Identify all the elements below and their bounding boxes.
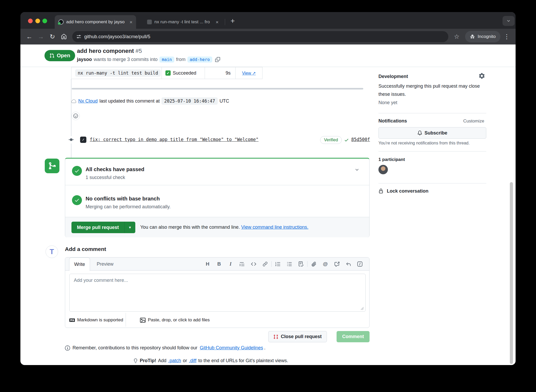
slash-command-icon <box>357 261 362 267</box>
check-name-cell: nx run-many -t lint test build <box>71 67 162 79</box>
textarea-resize-handle[interactable] <box>360 307 364 310</box>
pr-merge-text: wants to merge 3 commits into <box>94 57 158 62</box>
link-button[interactable] <box>259 257 271 271</box>
participant-avatar[interactable] <box>378 165 388 174</box>
bullet-list-icon <box>287 261 292 267</box>
patch-link[interactable]: .patch <box>168 358 181 363</box>
conflicts-subtitle: Merging can be performed automatically. <box>86 204 171 210</box>
lightbulb-icon <box>133 359 138 363</box>
notifications-title: Notifications <box>378 118 407 124</box>
minimize-window-button[interactable] <box>35 19 40 23</box>
tab-title: add hero component by jayso <box>66 19 127 25</box>
pr-subtitle: jaysoo wants to merge 3 commits into mai… <box>77 57 220 63</box>
tab-pull-request[interactable]: ✓ add hero component by jayso × <box>55 15 136 29</box>
commit-author-avatar[interactable] <box>80 137 86 143</box>
subscribe-button[interactable]: Subscribe <box>378 127 486 139</box>
bookmark-star-button[interactable]: ☆ <box>451 31 462 42</box>
pr-title-text: add hero component <box>77 48 134 54</box>
merge-options-caret-button[interactable]: ▾ <box>125 222 135 233</box>
bullet-list-button[interactable] <box>284 257 295 271</box>
incognito-label: Incognito <box>478 34 496 39</box>
check-name: nx run-many -t lint test build <box>75 69 161 77</box>
reload-button[interactable]: ↻ <box>47 31 58 42</box>
protip-label: ProTip! <box>140 358 156 363</box>
attach-file-button[interactable] <box>308 257 320 271</box>
check-status: Succeeded <box>173 70 196 76</box>
mention-button[interactable]: @ <box>320 257 331 271</box>
bot-comment-timestamp: 2025-07-10 16:46:47 <box>161 97 217 105</box>
development-settings-button[interactable] <box>479 73 485 79</box>
guidelines-link[interactable]: GitHub Community Guidelines <box>200 345 263 351</box>
commit-message-link[interactable]: fix: correct typo in demo app title from… <box>90 137 259 142</box>
numbered-list-button[interactable] <box>272 257 284 271</box>
notifications-note: You're not receiving notifications from … <box>378 141 470 145</box>
merge-status-marker <box>45 159 59 173</box>
browser-menu-button[interactable]: ⋮ <box>501 31 512 42</box>
saved-replies-button[interactable] <box>343 257 354 271</box>
development-description: Successfully merging this pull request m… <box>378 82 483 98</box>
address-bar[interactable]: github.com/jaysoo3/acme/pull/5 <box>72 31 448 42</box>
markdown-toolbar: H B I <box>202 257 366 271</box>
checks-expand-button[interactable] <box>355 167 359 172</box>
task-list-button[interactable] <box>295 257 307 271</box>
check-view-link[interactable]: View ↗ <box>242 71 256 76</box>
verified-badge: Verified <box>320 136 342 144</box>
nx-favicon-icon <box>147 20 152 24</box>
check-view-cell: View ↗ <box>236 67 262 79</box>
code-button[interactable] <box>248 257 259 271</box>
tab-write[interactable]: Write <box>69 257 90 271</box>
browser-window: ✓ add hero component by jayso × nx run-m… <box>20 12 516 365</box>
copy-icon[interactable] <box>215 57 220 62</box>
merge-box-divider <box>65 185 369 185</box>
notifications-customize-link[interactable]: Customize <box>463 119 484 124</box>
markdown-supported-link[interactable]: Markdown is supported <box>69 316 123 324</box>
close-window-button[interactable] <box>28 19 33 23</box>
tab-preview[interactable]: Preview <box>91 257 119 271</box>
close-pull-request-button[interactable]: Close pull request <box>268 331 327 342</box>
tab-search-chevron-button[interactable] <box>502 16 515 26</box>
nx-cloud-link[interactable]: Nx Cloud <box>78 98 98 104</box>
bold-button[interactable]: B <box>213 257 225 271</box>
checks-passed-icon <box>72 166 82 176</box>
cli-instructions-link[interactable]: View command line instructions. <box>241 225 309 230</box>
paste-files-button[interactable]: Paste, drop, or click to add files <box>140 316 210 324</box>
cross-reference-button[interactable] <box>331 257 343 271</box>
browser-navbar: ← → ↻ github.com/jaysoo3/acme/pull/5 ☆ I… <box>20 29 516 44</box>
chevron-down-icon <box>355 167 359 172</box>
add-reaction-button[interactable] <box>71 112 80 120</box>
tab-title: nx run-many -t lint test ... fro <box>154 19 213 25</box>
merge-pull-request-button[interactable]: Merge pull request <box>71 222 124 233</box>
quote-button[interactable] <box>236 257 248 271</box>
head-branch-chip[interactable]: add-hero <box>187 57 212 63</box>
table-scroll-indicator[interactable] <box>72 88 363 89</box>
comment-submit-button[interactable]: Comment <box>337 331 370 342</box>
italic-button[interactable]: I <box>225 257 236 271</box>
tab-nx-run[interactable]: nx run-many -t lint test ... fro × <box>143 16 222 28</box>
info-icon <box>65 345 70 351</box>
maximize-window-button[interactable] <box>42 19 47 23</box>
close-tab-icon[interactable]: × <box>130 20 132 25</box>
comment-input[interactable] <box>69 274 366 312</box>
chevron-down-icon <box>506 19 511 23</box>
lock-conversation-button[interactable]: Lock conversation <box>378 188 428 194</box>
incognito-icon <box>470 34 475 39</box>
home-button[interactable] <box>59 31 69 42</box>
cli-merge-line: You can also merge this with the command… <box>140 225 308 230</box>
back-button[interactable]: ← <box>24 31 35 42</box>
merge-box-footer: Merge pull request ▾ You can also merge … <box>65 217 369 237</box>
current-user-avatar: T <box>46 245 58 258</box>
close-tab-icon[interactable]: × <box>216 20 219 25</box>
close-pull-request-label: Close pull request <box>281 334 322 339</box>
check-run-row: nx run-many -t lint test build ✓Succeede… <box>71 67 263 79</box>
new-tab-button[interactable]: + <box>228 16 237 26</box>
heading-button[interactable]: H <box>202 257 213 271</box>
diff-link[interactable]: .diff <box>189 358 197 363</box>
forward-button[interactable]: → <box>36 31 46 42</box>
commit-sha-link[interactable]: 85d500f <box>351 137 370 142</box>
guidelines-period: . <box>264 345 265 351</box>
check-duration-cell: 9s <box>205 67 236 79</box>
page-scrollbar[interactable] <box>510 182 513 364</box>
toolbar-divider <box>307 261 308 267</box>
slash-commands-button[interactable] <box>354 257 366 271</box>
base-branch-chip[interactable]: main <box>159 57 174 63</box>
